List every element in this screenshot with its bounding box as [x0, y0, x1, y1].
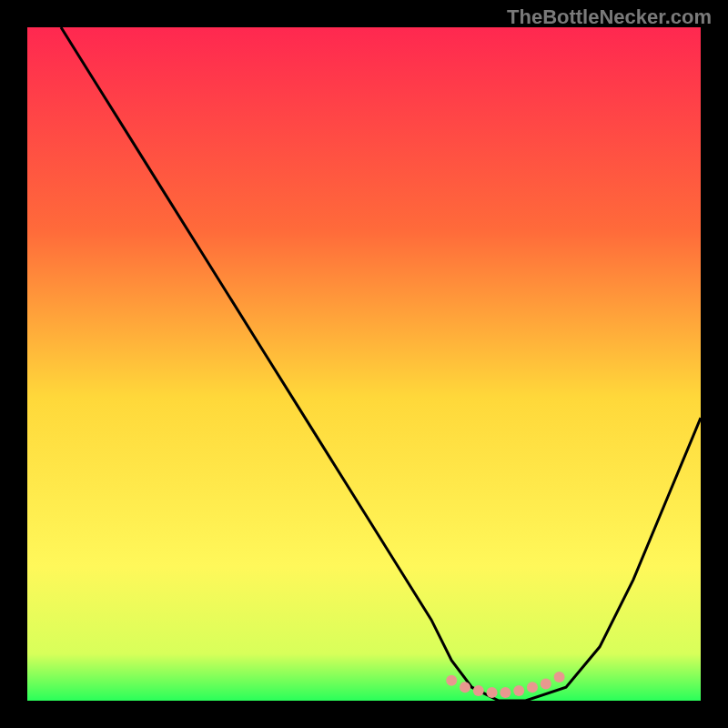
optimal-dot [487, 687, 498, 698]
optimal-dot [541, 679, 551, 690]
optimal-dot [500, 687, 511, 698]
optimal-dot [554, 672, 565, 682]
bottleneck-curve [61, 27, 701, 701]
optimal-dot [527, 682, 538, 693]
optimal-dot [473, 685, 484, 696]
optimal-dot [513, 685, 524, 696]
watermark-text: TheBottleNecker.com [507, 5, 712, 29]
curve-layer [27, 27, 701, 701]
optimal-dot [460, 682, 470, 693]
chart-area [27, 27, 701, 701]
optimal-dot [446, 675, 457, 686]
